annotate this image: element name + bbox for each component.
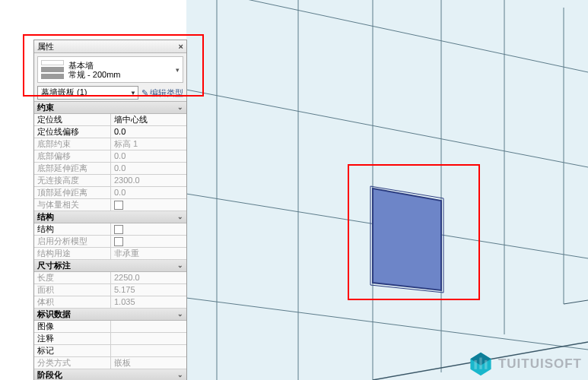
group-name: 标识数据: [37, 309, 71, 320]
property-value: 嵌板: [111, 357, 186, 369]
type-selector[interactable]: 基本墙 常规 - 200mm ▾: [37, 56, 183, 83]
property-value: 标高 1: [111, 138, 186, 150]
instance-filter-label: 幕墙嵌板 (1): [41, 87, 87, 97]
property-label: 定位线: [34, 114, 111, 125]
group-header[interactable]: 约束⌄: [34, 102, 186, 114]
checkbox-icon[interactable]: [114, 225, 123, 234]
group-name: 约束: [37, 102, 54, 113]
group-name: 结构: [37, 211, 54, 223]
property-label: 底部约束: [34, 138, 111, 150]
property-row: 体积1.035: [34, 296, 186, 309]
property-label: 面积: [34, 284, 111, 296]
property-value[interactable]: 墙中心线: [111, 114, 186, 125]
property-label: 分类方式: [34, 357, 111, 369]
property-value: 0.0: [111, 150, 186, 162]
property-row[interactable]: 定位线墙中心线: [34, 114, 186, 126]
chevron-down-icon: ▾: [176, 66, 180, 74]
svg-rect-19: [479, 358, 482, 369]
property-label: 注释: [34, 333, 111, 344]
watermark-logo: TUITUISOFT: [468, 351, 582, 377]
property-value: 0.0: [111, 187, 186, 198]
property-label: 顶部延伸距离: [34, 187, 111, 198]
edit-type-label: 编辑类型: [150, 87, 183, 99]
property-row: 底部约束标高 1: [34, 138, 186, 150]
logo-text: TUITUISOFT: [498, 356, 582, 372]
property-row: 启用分析模型: [34, 236, 186, 248]
checkbox-icon: [114, 237, 123, 246]
svg-marker-1: [186, 0, 588, 380]
group-header[interactable]: 结构⌄: [34, 211, 186, 223]
property-label: 无连接高度: [34, 175, 111, 186]
property-label: 定位线偏移: [34, 126, 111, 138]
property-value: 2250.0: [111, 272, 186, 283]
property-value: 5.175: [111, 284, 186, 296]
property-value[interactable]: 0.0: [111, 126, 186, 138]
property-label: 结构: [34, 223, 111, 235]
svg-rect-20: [485, 360, 487, 369]
property-row[interactable]: 定位线偏移0.0: [34, 126, 186, 138]
edit-type-button[interactable]: ✎ 编辑类型: [141, 87, 183, 99]
property-row[interactable]: 标记: [34, 345, 186, 357]
property-value[interactable]: [111, 321, 186, 332]
property-value: [111, 199, 186, 211]
property-row: 顶部延伸距离0.0: [34, 187, 186, 199]
property-value: 2300.0: [111, 175, 186, 186]
properties-title-bar[interactable]: 属性 ×: [34, 40, 186, 53]
property-label: 底部延伸距离: [34, 163, 111, 174]
property-value[interactable]: [111, 333, 186, 344]
property-row: 结构用途非承重: [34, 248, 186, 260]
group-name: 尺寸标注: [37, 260, 71, 271]
logo-icon: [468, 351, 494, 377]
property-label: 结构用途: [34, 248, 111, 259]
property-row: 面积5.175: [34, 284, 186, 296]
property-value: 1.035: [111, 296, 186, 308]
instance-filter-combo[interactable]: 幕墙嵌板 (1) ▼: [37, 86, 138, 100]
property-value: 非承重: [111, 248, 186, 259]
checkbox-icon: [114, 201, 123, 210]
expand-icon: ⌄: [177, 260, 183, 271]
property-label: 体积: [34, 296, 111, 308]
expand-icon: ⌄: [177, 369, 183, 380]
property-value[interactable]: [111, 223, 186, 235]
svg-rect-18: [474, 360, 476, 369]
property-row[interactable]: 结构: [34, 223, 186, 236]
property-label: 底部偏移: [34, 150, 111, 162]
group-header[interactable]: 尺寸标注⌄: [34, 260, 186, 272]
type-name: 常规 - 200mm: [68, 70, 120, 79]
property-row[interactable]: 图像: [34, 321, 186, 333]
property-row: 底部延伸距离0.0: [34, 163, 186, 175]
group-header[interactable]: 阶段化⌄: [34, 369, 186, 380]
property-value: [111, 236, 186, 247]
properties-grid: 约束⌄定位线墙中心线定位线偏移0.0底部约束标高 1底部偏移0.0底部延伸距离0…: [34, 101, 186, 380]
properties-title: 属性: [37, 40, 54, 52]
property-label: 图像: [34, 321, 111, 332]
edit-type-icon: ✎: [141, 87, 148, 99]
group-header[interactable]: 标识数据⌄: [34, 309, 186, 321]
expand-icon: ⌄: [177, 211, 183, 223]
property-row[interactable]: 注释: [34, 333, 186, 345]
property-row: 长度2250.0: [34, 272, 186, 284]
expand-icon: ⌄: [177, 102, 183, 113]
property-label: 标记: [34, 345, 111, 356]
property-value[interactable]: [111, 345, 186, 356]
svg-marker-14: [373, 188, 441, 290]
property-row: 与体量相关: [34, 199, 186, 211]
type-family: 基本墙: [68, 61, 120, 70]
chevron-down-icon: ▼: [130, 87, 136, 99]
property-row: 分类方式嵌板: [34, 357, 186, 369]
property-label: 启用分析模型: [34, 236, 111, 247]
property-row: 底部偏移0.0: [34, 150, 186, 163]
properties-panel: 属性 × 基本墙 常规 - 200mm ▾ 幕墙嵌板 (1) ▼ ✎ 编辑类型 …: [33, 40, 187, 380]
property-value: 0.0: [111, 163, 186, 174]
wall-type-icon: [41, 60, 64, 79]
close-icon[interactable]: ×: [179, 40, 183, 52]
group-name: 阶段化: [37, 369, 62, 380]
expand-icon: ⌄: [177, 309, 183, 320]
property-label: 与体量相关: [34, 199, 111, 211]
property-label: 长度: [34, 272, 111, 283]
property-row: 无连接高度2300.0: [34, 175, 186, 187]
